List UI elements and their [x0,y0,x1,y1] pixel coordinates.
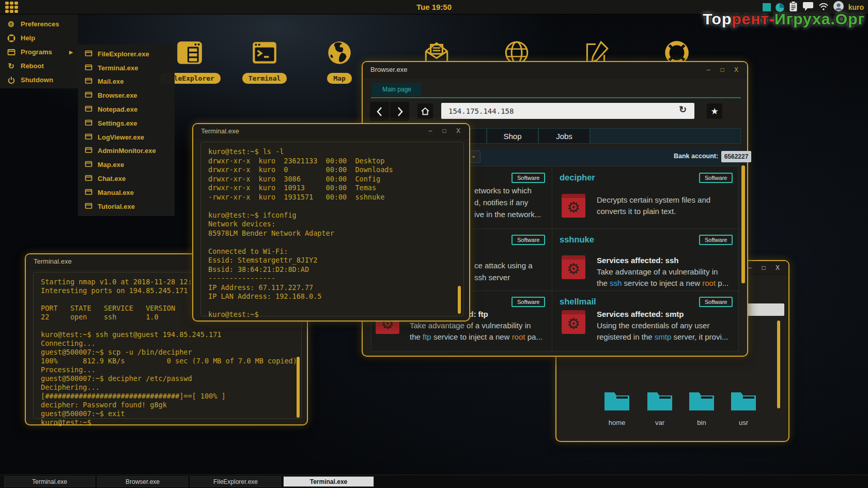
menu-item-shutdown[interactable]: Shutdown [0,73,78,87]
submenu-arrow-icon: ▶ [69,50,73,55]
folder-usr[interactable]: usr [722,389,765,426]
page-tab-jobs[interactable]: Jobs [538,128,590,144]
window-icon [85,105,92,114]
window-icon [85,160,92,169]
back-button[interactable] [370,102,389,121]
window-title: Terminal.exe [34,257,72,265]
close-button[interactable]: X [733,62,740,78]
taskbar-item-fileexplorer[interactable]: FileExplorer.exe [190,476,281,487]
desktop-icon-terminal[interactable]: Terminal [235,38,295,84]
terminal-screen: kuro@test:~$ ls -l drwxr-xr-x kuro 23621… [200,142,464,316]
software-title-decipher[interactable]: decipher [560,173,595,182]
minimize-button[interactable]: – [705,62,712,78]
window-icon [85,174,92,183]
taskbar-item-terminal-1[interactable]: Terminal.exe [4,476,95,487]
forward-button[interactable] [390,102,409,121]
gear-icon: ⚙ [567,199,580,216]
home-button[interactable] [417,103,433,119]
submenu-item-browser[interactable]: Browser.exe [78,88,175,102]
submenu-item-mail[interactable]: Mail.exe [78,75,175,89]
icon-label: Terminal [242,73,287,84]
window-icon [85,77,92,86]
terminal-titlebar[interactable]: Terminal.exe – □ X [193,124,469,138]
explorer-scrollbar[interactable] [777,321,780,408]
folder-icon [730,404,757,413]
window-icon [7,48,16,56]
browser-tab-mainpage[interactable]: Main page [372,83,422,96]
window-icon [85,202,92,211]
folder-var[interactable]: var [638,389,681,426]
software-badge: Software [699,235,733,245]
submenu-item-notepad[interactable]: Notepad.exe [78,102,175,116]
submenu-item-terminal[interactable]: Terminal.exe [78,61,175,75]
card-bold: Services affected: ssh [597,256,678,265]
submenu-item-manual[interactable]: Manual.exe [78,186,175,200]
card-desc: ce attack using a [474,261,533,270]
window-title: Terminal.exe [201,127,239,135]
programs-submenu: FileExplorer.exe Terminal.exe Mail.exe B… [78,44,175,216]
app-icon-red-gear: ⚙ [562,194,585,218]
terminal-scrollbar[interactable] [297,357,300,418]
chevron-down-icon: ⌄ [471,151,476,159]
icon-label: Map [327,73,351,84]
maximize-button[interactable]: □ [441,124,448,138]
software-badge: Software [512,173,545,183]
taskbar-item-terminal-2[interactable]: Terminal.exe [283,476,374,487]
software-title-sshnuke[interactable]: sshnuke [560,235,594,245]
minimize-button[interactable]: – [427,124,434,138]
card-desc: d, notifies if any [474,198,528,207]
maximize-button[interactable]: □ [760,261,767,275]
file-explorer-icon [175,60,205,69]
lifesaver-icon [7,34,16,42]
card-desc: the ssh service to inject a new root p..… [597,279,729,287]
window-terminal-center: Terminal.exe – □ X kuro@test:~$ ls -l dr… [192,123,470,322]
taskbar: Terminal.exe Browser.exe FileExplorer.ex… [0,475,868,488]
refresh-icon[interactable]: ↻ [679,104,687,115]
bank-account-value: 6562227 [721,151,751,162]
menu-item-help[interactable]: Help [0,31,78,45]
card-desc: Take advantage of a vulnerability in [410,321,531,330]
submenu-item-adminmonitor[interactable]: AdminMonitor.exe [78,144,175,158]
reload-icon: ↻ [7,62,16,71]
desktop-icon-map[interactable]: Map [309,38,369,84]
card-desc: ive in the network... [474,210,541,219]
bank-account-label: Bank account: [674,152,718,160]
software-title-shellmail[interactable]: shellmail [560,297,596,307]
software-badge: Software [512,235,545,245]
close-button[interactable]: X [455,124,462,138]
url-input[interactable] [441,103,694,119]
folder-icon [646,404,673,413]
submenu-item-map[interactable]: Map.exe [78,158,175,172]
submenu-item-tutorial[interactable]: Tutorial.exe [78,200,175,213]
folder-home[interactable]: home [595,389,639,426]
browser-scrollbar[interactable] [741,165,745,283]
window-icon [85,64,92,72]
gear-icon: ⚙ [567,315,580,332]
maximize-button[interactable]: □ [719,62,726,78]
menu-item-preferences[interactable]: ⚙Preferences [0,17,78,31]
submenu-item-chat[interactable]: Chat.exe [78,172,175,186]
card-desc: Using the credentials of any user [597,321,709,330]
folder-bin[interactable]: bin [680,389,723,426]
card-desc: Decrypts certain system files and [597,195,710,204]
terminal-scrollbar[interactable] [458,286,461,314]
card-bold: Services affected: smtp [597,310,684,318]
submenu-item-fileexplorer[interactable]: FileExplorer.exe [78,47,175,61]
taskbar-item-browser[interactable]: Browser.exe [97,476,188,487]
page-tab-shop[interactable]: Shop [487,128,538,144]
window-icon [85,188,92,197]
launcher-menu: ⚙Preferences Help Programs▶ ↻Reboot Shut… [0,14,78,88]
browser-titlebar[interactable]: Browser.exe – □ X [363,62,747,78]
submenu-item-logviewer[interactable]: LogViewer.exe [78,130,175,144]
submenu-item-settings[interactable]: Settings.exe [78,116,175,130]
menu-item-programs[interactable]: Programs▶ [0,45,78,59]
card-desc: converts it to plain text. [597,207,676,216]
gear-icon: ⚙ [7,20,16,29]
menu-item-reboot[interactable]: ↻Reboot [0,59,78,73]
bookmark-button[interactable]: ★ [707,103,722,119]
window-icon [85,50,92,58]
globe-map-icon [324,60,354,69]
close-button[interactable]: X [774,261,781,275]
folder-label: home [595,419,639,426]
app-icon-red-gear: ⚙ [562,255,585,279]
